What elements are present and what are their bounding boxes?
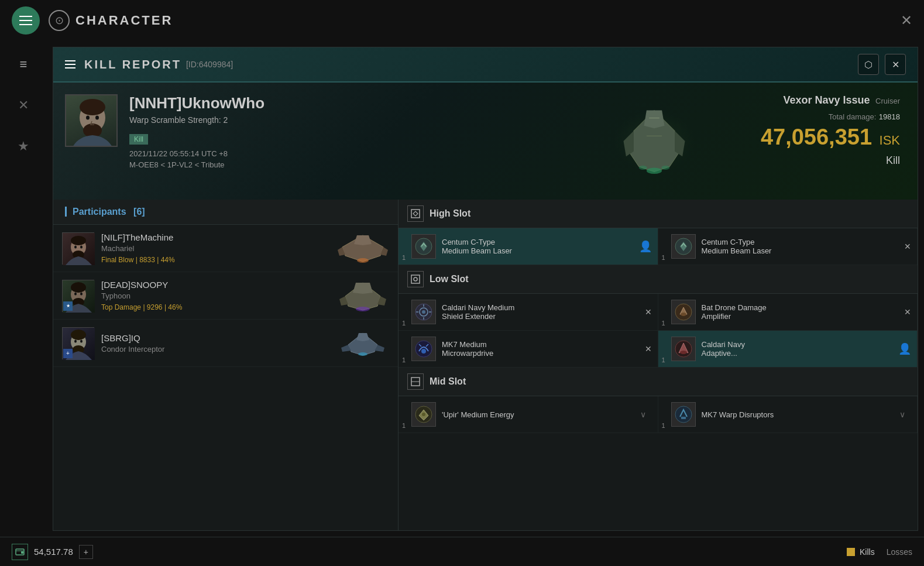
fitting-5-name: MK7 MediumMicrowarpdrive (442, 340, 651, 358)
victim-avatar (65, 94, 118, 147)
svg-point-36 (422, 310, 425, 314)
svg-rect-52 (681, 417, 686, 419)
participants-header: Participants [6] (53, 200, 398, 225)
participants-list: [NILF]TheMachine Machariel Final Blow | … (53, 225, 398, 530)
fitting-icon[interactable] (671, 337, 696, 361)
fitting-status-x: ✕ (645, 307, 652, 317)
ship-class: Cruiser (875, 97, 900, 105)
svg-rect-32 (411, 275, 420, 283)
hamburger-icon (19, 16, 32, 25)
scroll-down-icon[interactable]: ∨ (636, 409, 651, 420)
result-label: Kill (761, 155, 900, 167)
svg-point-28 (358, 352, 367, 356)
svg-point-14 (74, 245, 77, 248)
panel-close-button[interactable]: ✕ (885, 54, 906, 75)
participants-panel: Participants [6] (53, 200, 399, 530)
fitting-item: 1 'Upir' Medium Energy ∨ (399, 396, 658, 433)
sidebar-close-icon[interactable]: ✕ (12, 94, 35, 117)
svg-point-26 (74, 339, 77, 342)
high-slot-header: High Slot (399, 200, 918, 228)
fitting-icon[interactable] (671, 402, 696, 427)
menu-button[interactable] (12, 6, 40, 35)
participant-3-ship-img (336, 325, 389, 361)
fitting-item: 1 (399, 294, 658, 331)
bottom-bar: 54,517.78 + Kills Losses (0, 537, 924, 566)
fitting-4-name: Bat Drone DamageAmplifier (702, 303, 911, 321)
fittings-panel: High Slot 1 (399, 200, 918, 530)
fitting-item: 1 Centum C-TypeMedium Beam Laser (658, 228, 918, 265)
panel-actions: ⬡ ✕ (858, 54, 906, 75)
isk-label: ISK (880, 133, 900, 147)
participant-item: + [SBRG]IQ Condor Interceptor (53, 320, 398, 367)
fitting-item: 1 Centum C-TypeMedium Beam Laser (399, 228, 658, 265)
sidebar-star-icon[interactable]: ★ (12, 135, 35, 158)
participant-1-stats: Final Blow | 8833 | 44% (101, 256, 336, 264)
svg-point-44 (421, 349, 426, 354)
mid-slot-title: Mid Slot (430, 376, 466, 387)
panel-id: [ID:6409984] (186, 60, 233, 69)
fitting-icon[interactable] (411, 300, 436, 324)
low-slot-items: 1 (399, 294, 918, 331)
high-slot-icon (407, 205, 424, 222)
damage-label: Total damage: (829, 112, 877, 121)
participant-2-ship: Typhoon (101, 291, 336, 300)
fitting-status-x: ✕ (904, 242, 911, 251)
fitting-icon[interactable] (671, 234, 696, 259)
svg-point-22 (356, 307, 370, 311)
main-content: ≡ ✕ ★ KILL REPORT [ID:6409984] ⬡ ✕ (0, 41, 924, 537)
participant-2-ship-img (336, 278, 389, 313)
svg-point-46 (680, 351, 687, 354)
fitting-status-person: 👤 (639, 240, 652, 253)
fitting-item: 1 MK7 Warp Disruptors ∨ (658, 396, 918, 433)
main-panel: KILL REPORT [ID:6409984] ⬡ ✕ (53, 47, 918, 531)
ship-image (596, 94, 713, 188)
participant-avatar (62, 232, 94, 265)
svg-point-24 (71, 330, 86, 340)
fitting-status-person: 👤 (898, 342, 911, 355)
fitting-2-name: Centum C-TypeMedium Beam Laser (702, 238, 911, 255)
high-slot-items: 1 Centum C-TypeMedium Beam Laser (399, 228, 918, 265)
fitting-icon[interactable] (671, 300, 696, 324)
participant-2-stats: Top Damage | 9296 | 46% (101, 303, 336, 311)
fitting-icon[interactable] (411, 402, 436, 427)
tab-kills[interactable]: Kills (847, 547, 875, 557)
participant-1-ship-img (336, 231, 389, 266)
svg-point-50 (422, 413, 425, 416)
panel-menu-icon[interactable] (65, 60, 75, 68)
kill-badge: Kill (129, 134, 148, 145)
fitting-icon[interactable] (411, 234, 436, 259)
svg-point-3 (86, 116, 90, 120)
fitting-status-x: ✕ (645, 344, 652, 354)
scroll-down-icon[interactable]: ∨ (895, 409, 910, 420)
svg-point-12 (71, 236, 86, 245)
export-button[interactable]: ⬡ (858, 54, 879, 75)
victim-section: [NNHT]UknowWho Warp Scramble Strength: 2… (53, 83, 918, 200)
low-slot-icon (407, 271, 424, 287)
bottom-bar-tabs: Kills Losses (847, 547, 912, 557)
svg-point-27 (80, 339, 83, 342)
sidebar-menu-icon[interactable]: ≡ (12, 53, 35, 76)
participant-1-ship: Machariel (101, 244, 336, 253)
low-slot-title: Low Slot (430, 274, 469, 284)
fitting-icon[interactable] (411, 337, 436, 361)
tab-losses[interactable]: Losses (887, 547, 912, 557)
add-button[interactable]: + (79, 545, 93, 559)
participant-badge-plus: + (63, 348, 73, 359)
low-slot-items-2: 1 MK7 MediumMicrowarpdrive (399, 331, 918, 368)
fitting-8-name: MK7 Warp Disruptors (702, 410, 895, 419)
fitting-3-name: Caldari Navy MediumShield Extender (442, 303, 651, 321)
fitting-item: 1 Caldari NavyAdaptive... 👤 (658, 331, 918, 368)
svg-point-33 (414, 277, 417, 281)
participant-3-name: [SBRG]IQ (101, 333, 336, 343)
ship-type: Vexor Navy Issue (784, 94, 870, 106)
panel-title: KILL REPORT (84, 58, 181, 71)
title-bar: ⊙ CHARACTER ✕ (0, 0, 924, 41)
low-slot-header: Low Slot (399, 265, 918, 294)
bottom-area: Participants [6] (53, 200, 918, 530)
app-close-button[interactable]: ✕ (901, 12, 912, 29)
participant-3-ship: Condor Interceptor (101, 345, 336, 354)
participant-item: [NILF]TheMachine Machariel Final Blow | … (53, 225, 398, 272)
participant-2-name: [DEAD]SNOOPY (101, 280, 336, 290)
sidebar: ≡ ✕ ★ (0, 41, 47, 537)
wallet-icon (12, 544, 28, 560)
